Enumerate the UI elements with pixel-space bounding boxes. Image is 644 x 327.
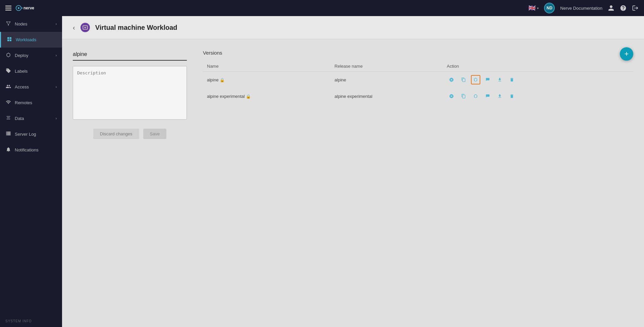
back-button[interactable]: ‹ — [73, 24, 75, 31]
sidebar-label-nodes: Nodes — [15, 21, 28, 26]
svg-point-18 — [7, 133, 7, 134]
sidebar: Nodes › Workloads Deploy › Labels — [0, 16, 62, 327]
version-name-text: alpine — [207, 77, 219, 82]
deploy-chevron-icon: › — [56, 54, 57, 57]
system-info-label[interactable]: SYSTEM INFO — [0, 315, 62, 327]
main-content: ‹ Virtual machine Workload Discard chang… — [62, 16, 644, 327]
sidebar-item-deploy[interactable]: Deploy › — [0, 48, 62, 63]
col-release-name: Release name — [330, 61, 443, 72]
svg-rect-12 — [7, 40, 9, 41]
svg-text:nerve: nerve — [23, 6, 34, 10]
clone-icon[interactable] — [483, 91, 492, 101]
page-header: ‹ Virtual machine Workload — [62, 16, 644, 39]
version-action-cell — [443, 72, 633, 88]
sidebar-item-notifications[interactable]: Notifications — [0, 142, 62, 158]
version-release-name-cell: alpine — [330, 72, 443, 88]
sidebar-item-remotes[interactable]: Remotes — [0, 95, 62, 111]
svg-rect-13 — [10, 40, 11, 41]
action-icons-group — [447, 75, 629, 84]
svg-point-19 — [7, 135, 7, 135]
top-navbar: nerve 🇬🇧 ▾ ND Nerve Documentation — [0, 0, 644, 16]
workload-type-icon — [80, 23, 90, 32]
copy-icon[interactable] — [459, 91, 468, 101]
language-selector[interactable]: 🇬🇧 ▾ — [528, 4, 539, 12]
lang-chevron-icon: ▾ — [537, 6, 539, 10]
labels-icon — [5, 68, 11, 74]
main-layout: Nodes › Workloads Deploy › Labels — [0, 16, 644, 327]
delete-icon[interactable] — [507, 75, 517, 84]
nodes-icon — [5, 21, 11, 27]
lock-icon: 🔒 — [246, 94, 251, 99]
svg-line-8 — [8, 22, 10, 25]
svg-point-5 — [9, 21, 10, 22]
sidebar-item-data[interactable]: Data › — [0, 111, 62, 126]
help-icon[interactable] — [620, 5, 627, 11]
page-title: Virtual machine Workload — [95, 24, 177, 31]
svg-rect-20 — [83, 26, 87, 29]
topnav-right: 🇬🇧 ▾ ND Nerve Documentation — [528, 3, 639, 13]
sidebar-item-workloads[interactable]: Workloads — [0, 32, 62, 48]
svg-point-4 — [6, 21, 7, 22]
user-profile-icon[interactable] — [608, 5, 614, 11]
hamburger-menu[interactable] — [5, 6, 11, 10]
table-row: alpine 🔒alpine — [203, 72, 633, 88]
deploy-version-icon[interactable] — [471, 91, 480, 101]
data-chevron-icon: › — [56, 117, 57, 120]
left-panel: Discard changes Save — [73, 50, 187, 316]
logout-icon[interactable] — [632, 5, 639, 11]
sidebar-label-notifications: Notifications — [15, 147, 39, 152]
save-button[interactable]: Save — [143, 129, 167, 139]
sidebar-item-server-log[interactable]: Server Log — [0, 126, 62, 142]
deploy-version-icon[interactable] — [471, 75, 480, 84]
version-name-cell: alpine 🔒 — [203, 72, 330, 88]
sidebar-label-server-log: Server Log — [15, 132, 36, 137]
access-chevron-icon: › — [56, 85, 57, 89]
svg-rect-11 — [10, 37, 11, 39]
sidebar-item-access[interactable]: Access › — [0, 79, 62, 95]
description-textarea[interactable] — [73, 66, 187, 120]
action-buttons: Discard changes Save — [73, 129, 187, 139]
svg-point-6 — [8, 24, 9, 25]
lock-icon: 🔒 — [220, 78, 225, 82]
add-version-button[interactable]: + — [620, 47, 633, 61]
versions-title: Versions — [203, 50, 633, 56]
version-name-cell: alpine experimental 🔒 — [203, 88, 330, 105]
clone-icon[interactable] — [483, 75, 492, 84]
export-icon[interactable] — [495, 91, 504, 101]
delete-icon[interactable] — [507, 91, 517, 101]
versions-table: Name Release name Action alpine 🔒alpinea… — [203, 61, 633, 105]
sidebar-label-access: Access — [15, 84, 29, 89]
svg-point-17 — [7, 132, 7, 132]
data-icon — [5, 115, 11, 122]
nodes-chevron-icon: › — [56, 22, 57, 26]
copy-icon[interactable] — [459, 75, 468, 84]
deploy-icon — [5, 52, 11, 59]
sidebar-item-nodes[interactable]: Nodes › — [0, 16, 62, 32]
content-area: Discard changes Save + Versions Name Rel… — [62, 39, 644, 327]
sidebar-label-workloads: Workloads — [16, 37, 36, 42]
cancel-icon[interactable] — [447, 75, 456, 84]
version-name-text: alpine experimental — [207, 94, 245, 99]
sidebar-item-labels[interactable]: Labels — [0, 63, 62, 79]
nerve-logo: nerve — [15, 5, 36, 11]
sidebar-label-data: Data — [15, 116, 24, 121]
svg-point-1 — [18, 7, 19, 9]
svg-line-7 — [7, 22, 8, 25]
notifications-icon — [5, 147, 11, 153]
version-release-name-cell: alpine experimental — [330, 88, 443, 105]
discard-changes-button[interactable]: Discard changes — [93, 129, 139, 139]
access-icon — [5, 84, 11, 90]
server-log-icon — [5, 131, 11, 137]
sidebar-label-deploy: Deploy — [15, 53, 28, 58]
action-icons-group — [447, 91, 629, 101]
table-row: alpine experimental 🔒alpine experimental — [203, 88, 633, 105]
nerve-doc-link[interactable]: Nerve Documentation — [560, 6, 602, 11]
export-icon[interactable] — [495, 75, 504, 84]
user-avatar[interactable]: ND — [544, 3, 555, 13]
cancel-icon[interactable] — [447, 91, 456, 101]
workloads-icon — [6, 37, 12, 43]
right-panel: + Versions Name Release name Action alpi… — [203, 50, 633, 316]
workload-name-input[interactable] — [73, 50, 187, 61]
version-action-cell — [443, 88, 633, 105]
sidebar-label-labels: Labels — [15, 69, 28, 74]
